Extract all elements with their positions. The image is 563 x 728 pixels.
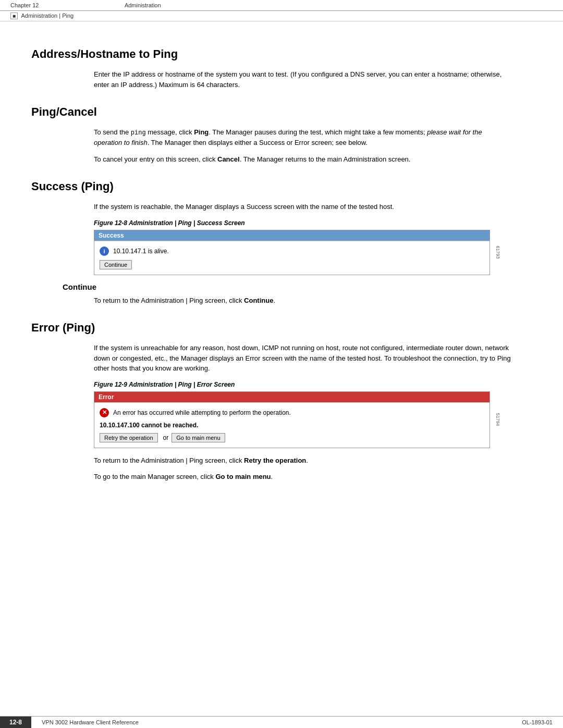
error-message-row: ✕ An error has occurred while attempting…	[100, 408, 484, 417]
error-heading: Error (Ping)	[31, 321, 532, 335]
error-icon: ✕	[100, 408, 109, 417]
info-icon: i	[100, 246, 109, 256]
error-bar: Error	[94, 392, 489, 402]
figure-9-caption: Figure 12-9 Administration | Ping | Erro…	[94, 381, 532, 388]
success-bar: Success	[94, 230, 489, 241]
footer-right-text: OL-1893-01	[511, 717, 563, 728]
main-menu-body: To go to the main Manager screen, click …	[94, 472, 511, 482]
figure-8-screenshot: Success i 10.10.147.1 is alive. Continue…	[94, 230, 490, 275]
success-body: If the system is reachable, the Manager …	[94, 202, 511, 212]
address-heading: Address/Hostname to Ping	[31, 47, 532, 61]
error-content: ✕ An error has occurred while attempting…	[94, 402, 489, 448]
main-content: Address/Hostname to Ping Enter the IP ad…	[0, 21, 563, 520]
error-buttons-row: Retry the operation or Go to main menu	[100, 433, 484, 442]
figure-9-screenshot: Error ✕ An error has occurred while atte…	[94, 391, 490, 448]
figure-8-id: 61793	[495, 245, 500, 258]
main-menu-button[interactable]: Go to main menu	[172, 433, 225, 442]
chapter-label: Chapter 12	[10, 2, 39, 8]
figure-9-id: 51794	[495, 413, 500, 426]
breadcrumb-icon: ■	[10, 13, 18, 19]
or-label: or	[163, 434, 169, 441]
page-footer: 12-8 VPN 3002 Hardware Client Reference …	[0, 716, 563, 728]
continue-heading: Continue	[63, 282, 532, 291]
error-body: If the system is unreachable for any rea…	[94, 343, 511, 374]
success-message: 10.10.147.1 is alive.	[113, 248, 169, 255]
ping-cancel-body1: To send the ping message, click Ping. Th…	[94, 127, 511, 148]
error-message: An error has occurred while attempting t…	[113, 409, 291, 416]
page-header: Chapter 12 Administration	[0, 0, 563, 11]
success-message-row: i 10.10.147.1 is alive.	[100, 246, 484, 256]
breadcrumb-text: Administration | Ping	[21, 13, 74, 19]
code-ping: ping	[131, 129, 146, 137]
error-host: 10.10.147.100 cannot be reached.	[100, 422, 484, 429]
continue-button[interactable]: Continue	[100, 260, 132, 269]
address-body: Enter the IP address or hostname of the …	[94, 69, 511, 90]
chapter-info: Chapter 12 Administration	[10, 2, 161, 8]
ping-cancel-heading: Ping/Cancel	[31, 105, 532, 119]
figure-8-caption: Figure 12-8 Administration | Ping | Succ…	[94, 219, 532, 227]
success-content: i 10.10.147.1 is alive. Continue	[94, 241, 489, 275]
chapter-title: Administration	[125, 2, 161, 8]
retry-button[interactable]: Retry the operation	[100, 433, 158, 442]
retry-body: To return to the Administration | Ping s…	[94, 455, 511, 466]
ping-cancel-body2: To cancel your entry on this screen, cli…	[94, 154, 511, 165]
continue-body: To return to the Administration | Ping s…	[94, 295, 511, 306]
breadcrumb: ■ Administration | Ping	[0, 11, 563, 21]
footer-left-text: VPN 3002 Hardware Client Reference	[31, 717, 511, 728]
success-heading: Success (Ping)	[31, 180, 532, 193]
footer-page-number: 12-8	[0, 717, 31, 728]
